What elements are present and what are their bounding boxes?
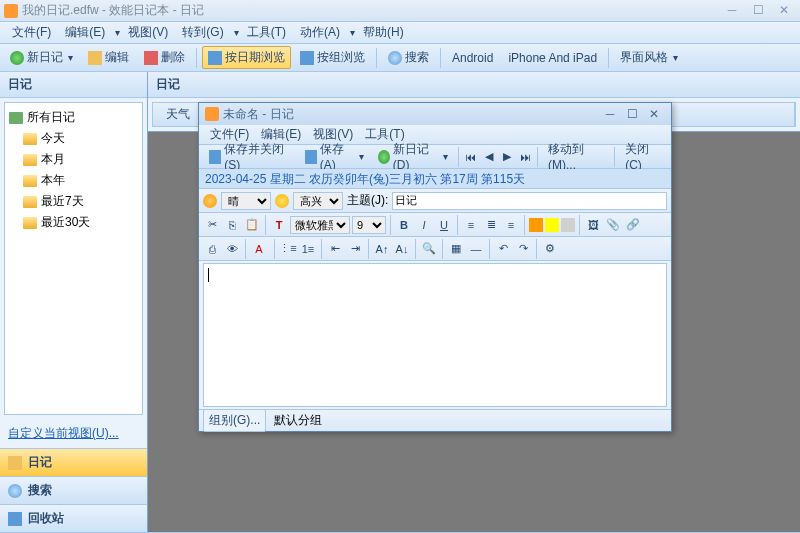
child-app-icon — [205, 107, 219, 121]
delete-button[interactable]: 删除 — [138, 46, 191, 69]
bgcolor-button[interactable]: A — [250, 240, 268, 258]
edit-icon — [88, 51, 102, 65]
folder-icon — [23, 175, 37, 187]
sidebar-btn-search[interactable]: 搜索 — [0, 476, 147, 504]
menu-goto[interactable]: 转到(G) — [176, 22, 229, 43]
smile-icon — [275, 194, 289, 208]
skin-button[interactable]: 界面风格▾ — [614, 46, 684, 69]
table-button[interactable]: ▦ — [447, 240, 465, 258]
minimize-button[interactable]: ─ — [720, 3, 744, 19]
list-title: 日记 — [148, 72, 800, 98]
undo-button[interactable]: ↶ — [494, 240, 512, 258]
sidebar-buttons: 日记 搜索 回收站 — [0, 448, 147, 532]
link-button[interactable]: 🔗 — [624, 216, 642, 234]
copy-button[interactable]: ⎘ — [223, 216, 241, 234]
number-list-button[interactable]: 1≡ — [299, 240, 317, 258]
content-area: 日记 天气 心情 日期 ▾ 内容摘要 未命名 - 日记 ─ ☐ ✕ 文件(F) … — [148, 72, 800, 532]
diary-tree: 所有日记 今天 本月 本年 最近7天 最近30天 — [4, 102, 143, 415]
search-button[interactable]: 搜索 — [382, 46, 435, 69]
attach-button[interactable]: 📎 — [604, 216, 622, 234]
new-diary-button[interactable]: 新日记▾ — [4, 46, 79, 69]
paste-button[interactable]: 📋 — [243, 216, 261, 234]
save-icon — [209, 150, 221, 164]
nav-last[interactable]: ⏭ — [517, 148, 533, 166]
sidebar-btn-diary[interactable]: 日记 — [0, 448, 147, 476]
subject-label: 主题(J): — [347, 192, 388, 209]
cut-button[interactable]: ✂ — [203, 216, 221, 234]
tree-today[interactable]: 今天 — [9, 128, 138, 149]
close-button[interactable]: ✕ — [772, 3, 796, 19]
editor-area[interactable] — [203, 263, 667, 407]
underline-button[interactable]: U — [435, 216, 453, 234]
font-color-button[interactable]: T — [270, 216, 288, 234]
group-row: 组别(G)... 默认分组 — [199, 409, 671, 431]
tree-month[interactable]: 本月 — [9, 149, 138, 170]
child-title: 未命名 - 日记 — [223, 106, 599, 123]
bold-button[interactable]: B — [395, 216, 413, 234]
subscript-button[interactable]: A↓ — [393, 240, 411, 258]
sidebar-btn-recycle[interactable]: 回收站 — [0, 504, 147, 532]
plus-icon — [10, 51, 24, 65]
recycle-icon — [8, 512, 22, 526]
tree-7days[interactable]: 最近7天 — [9, 191, 138, 212]
child-titlebar[interactable]: 未命名 - 日记 ─ ☐ ✕ — [199, 103, 671, 125]
date-info: 2023-04-25 星期二 农历癸卯年(兔)三月初六 第17周 第115天 — [199, 169, 671, 189]
italic-button[interactable]: I — [415, 216, 433, 234]
android-button[interactable]: Android — [446, 48, 499, 68]
print-button[interactable]: ⎙ — [203, 240, 221, 258]
by-group-button[interactable]: 按组浏览 — [294, 46, 371, 69]
child-minimize[interactable]: ─ — [599, 107, 621, 121]
save-icon — [305, 150, 317, 164]
maximize-button[interactable]: ☐ — [746, 3, 770, 19]
folder-icon — [23, 196, 37, 208]
align-left-button[interactable]: ≡ — [462, 216, 480, 234]
menu-action[interactable]: 动作(A) — [294, 22, 346, 43]
color-gray[interactable] — [561, 218, 575, 232]
nav-prev[interactable]: ◀ — [481, 148, 497, 166]
color-orange[interactable] — [529, 218, 543, 232]
menu-edit[interactable]: 编辑(E) — [59, 22, 111, 43]
window-buttons: ─ ☐ ✕ — [720, 3, 796, 19]
diary-icon — [8, 456, 22, 470]
outdent-button[interactable]: ⇤ — [326, 240, 344, 258]
group-button[interactable]: 组别(G)... — [203, 409, 266, 432]
image-button[interactable]: 🖼 — [584, 216, 602, 234]
edit-button[interactable]: 编辑 — [82, 46, 135, 69]
subject-input[interactable] — [392, 192, 667, 210]
child-maximize[interactable]: ☐ — [621, 107, 643, 121]
menu-tools[interactable]: 工具(T) — [241, 22, 292, 43]
align-right-button[interactable]: ≡ — [502, 216, 520, 234]
indent-button[interactable]: ⇥ — [346, 240, 364, 258]
sidebar-header: 日记 — [0, 72, 147, 98]
nav-first[interactable]: ⏮ — [463, 148, 479, 166]
font-size-select[interactable]: 9 — [352, 216, 386, 234]
meta-row: 晴 高兴 主题(J): — [199, 189, 671, 213]
font-select[interactable]: 微软雅黑 — [290, 216, 350, 234]
tree-all-diaries[interactable]: 所有日记 — [9, 107, 138, 128]
weather-select[interactable]: 晴 — [221, 192, 271, 210]
color-yellow[interactable] — [545, 218, 559, 232]
more-button[interactable]: ⚙ — [541, 240, 559, 258]
col-weather[interactable]: 天气 — [153, 103, 203, 126]
delete-icon — [144, 51, 158, 65]
preview-button[interactable]: 👁 — [223, 240, 241, 258]
redo-button[interactable]: ↷ — [514, 240, 532, 258]
by-date-button[interactable]: 按日期浏览 — [202, 46, 291, 69]
menu-view[interactable]: 视图(V) — [122, 22, 174, 43]
hr-button[interactable]: — — [467, 240, 485, 258]
tree-year[interactable]: 本年 — [9, 170, 138, 191]
menu-file[interactable]: 文件(F) — [6, 22, 57, 43]
mood-select[interactable]: 高兴 — [293, 192, 343, 210]
sun-icon — [203, 194, 217, 208]
nav-next[interactable]: ▶ — [499, 148, 515, 166]
bullet-list-button[interactable]: ⋮≡ — [279, 240, 297, 258]
superscript-button[interactable]: A↑ — [373, 240, 391, 258]
app-icon — [4, 4, 18, 18]
find-button[interactable]: 🔍 — [420, 240, 438, 258]
iphone-button[interactable]: iPhone And iPad — [502, 48, 603, 68]
menu-help[interactable]: 帮助(H) — [357, 22, 410, 43]
child-close[interactable]: ✕ — [643, 107, 665, 121]
custom-view-link[interactable]: 自定义当前视图(U)... — [0, 419, 147, 448]
tree-30days[interactable]: 最近30天 — [9, 212, 138, 233]
align-center-button[interactable]: ≣ — [482, 216, 500, 234]
